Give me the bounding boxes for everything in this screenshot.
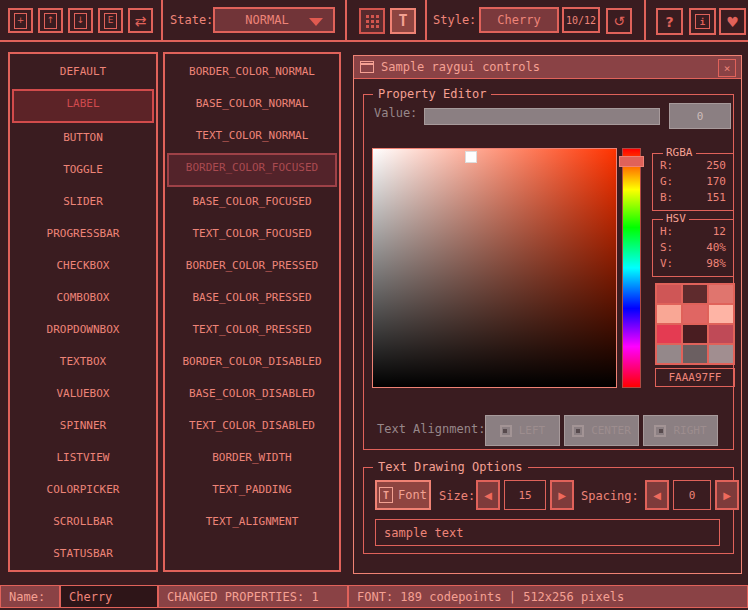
value-row-label: S:: [660, 240, 673, 256]
list-item[interactable]: BORDER_COLOR_DISABLED: [167, 347, 337, 379]
font-info-segment: FONT: 189 codepoints | 512x256 pixels: [348, 585, 748, 608]
hue-slider-handle[interactable]: [619, 156, 644, 167]
value-row: R:250: [653, 158, 733, 174]
value-row: G:170: [653, 174, 733, 190]
list-item[interactable]: STATUSBAR: [12, 539, 154, 571]
state-dropdown[interactable]: NORMAL: [213, 7, 335, 33]
help-button[interactable]: ?: [656, 8, 683, 35]
window-icon: [360, 61, 374, 73]
list-item[interactable]: LISTVIEW: [12, 443, 154, 475]
hue-bar[interactable]: [622, 148, 641, 388]
list-item[interactable]: SPINNER: [12, 411, 154, 443]
hex-value-box[interactable]: FAAA97FF: [655, 368, 735, 387]
palette-swatch[interactable]: [709, 345, 733, 363]
text-icon: T: [398, 12, 407, 30]
value-row-label: B:: [660, 190, 673, 206]
list-item[interactable]: TOGGLE: [12, 155, 154, 187]
close-icon[interactable]: ×: [718, 59, 736, 77]
size-value-box[interactable]: 15: [504, 480, 546, 510]
palette-swatch[interactable]: [657, 305, 681, 323]
list-item[interactable]: TEXT_COLOR_NORMAL: [167, 121, 337, 153]
spacing-value-box[interactable]: 0: [673, 480, 711, 510]
sample-controls-window: Sample raygui controls × Property Editor…: [353, 55, 742, 574]
export-file-button[interactable]: E: [98, 8, 123, 33]
list-item[interactable]: TEXT_COLOR_FOCUSED: [167, 219, 337, 251]
info-icon: i: [695, 14, 710, 29]
random-style-button[interactable]: ⇄: [128, 8, 153, 33]
list-item[interactable]: TEXT_COLOR_DISABLED: [167, 411, 337, 443]
window-titlebar[interactable]: Sample raygui controls ×: [354, 56, 741, 79]
list-item[interactable]: TEXT_COLOR_PRESSED: [167, 315, 337, 347]
new-file-button[interactable]: +: [8, 8, 33, 33]
list-item[interactable]: DEFAULT: [12, 57, 154, 89]
list-item[interactable]: LABEL: [12, 89, 154, 123]
size-label: Size:: [439, 489, 475, 503]
about-button[interactable]: i: [689, 8, 716, 35]
size-increase-button[interactable]: ▶: [550, 480, 574, 510]
property-editor-group: Property Editor Value: 0 RGBA R:250G:170…: [363, 94, 734, 450]
list-item[interactable]: PROGRESSBAR: [12, 219, 154, 251]
style-table-button[interactable]: [359, 8, 385, 34]
font-info-text: FONT: 189 codepoints | 512x256 pixels: [357, 590, 624, 604]
value-slider[interactable]: [424, 108, 660, 125]
list-item[interactable]: VALUEBOX: [12, 379, 154, 411]
list-item[interactable]: BASE_COLOR_PRESSED: [167, 283, 337, 315]
left-arrow-icon: ◀: [653, 490, 661, 501]
color-picker-cursor[interactable]: [465, 151, 477, 163]
status-bar: Name: Cherry CHANGED PROPERTIES: 1 FONT:…: [0, 585, 748, 608]
palette-swatch[interactable]: [709, 325, 733, 343]
spacing-increase-button[interactable]: ▶: [715, 480, 739, 510]
palette-swatch[interactable]: [657, 325, 681, 343]
align-center-button[interactable]: CENTER: [564, 415, 639, 446]
list-item[interactable]: BUTTON: [12, 123, 154, 155]
palette-swatch[interactable]: [709, 285, 733, 303]
open-file-button[interactable]: ↑: [38, 8, 63, 33]
save-file-button[interactable]: ↓: [68, 8, 93, 33]
list-item[interactable]: SCROLLBAR: [12, 507, 154, 539]
state-dropdown-value: NORMAL: [245, 13, 288, 27]
palette-swatch[interactable]: [683, 345, 707, 363]
list-item[interactable]: BASE_COLOR_NORMAL: [167, 89, 337, 121]
palette-swatch[interactable]: [657, 285, 681, 303]
palette-swatch[interactable]: [709, 305, 733, 323]
value-row-value: 250: [706, 158, 726, 174]
list-item[interactable]: COMBOBOX: [12, 283, 154, 315]
palette-swatch[interactable]: [683, 305, 707, 323]
list-item[interactable]: BASE_COLOR_DISABLED: [167, 379, 337, 411]
list-item[interactable]: COLORPICKER: [12, 475, 154, 507]
list-item[interactable]: TEXT_ALIGNMENT: [167, 507, 337, 539]
sample-text-input[interactable]: sample text: [375, 519, 720, 546]
style-name-input[interactable]: Cherry: [60, 585, 158, 608]
controls-list-panel: DEFAULTLABELBUTTONTOGGLESLIDERPROGRESSBA…: [8, 52, 158, 572]
align-right-icon: [654, 425, 666, 437]
list-item[interactable]: BORDER_COLOR_PRESSED: [167, 251, 337, 283]
color-picker-panel[interactable]: [372, 148, 617, 388]
list-item[interactable]: BORDER_COLOR_NORMAL: [167, 57, 337, 89]
list-item[interactable]: BORDER_COLOR_FOCUSED: [167, 153, 337, 187]
font-button[interactable]: T Font: [375, 480, 431, 510]
style-selector-button[interactable]: Cherry: [479, 7, 559, 33]
list-item[interactable]: BORDER_WIDTH: [167, 443, 337, 475]
palette-swatch[interactable]: [657, 345, 681, 363]
style-counter: 10/12: [562, 7, 600, 33]
spacing-decrease-button[interactable]: ◀: [645, 480, 669, 510]
list-item[interactable]: SLIDER: [12, 187, 154, 219]
list-item[interactable]: BASE_COLOR_FOCUSED: [167, 187, 337, 219]
value-box[interactable]: 0: [669, 103, 731, 129]
random-style-icon: ⇄: [135, 14, 147, 28]
palette-swatch[interactable]: [683, 325, 707, 343]
reload-style-button[interactable]: ↺: [606, 8, 632, 34]
align-right-button[interactable]: RIGHT: [643, 415, 718, 446]
spacing-label: Spacing:: [581, 489, 639, 503]
toolbar-separator: [345, 0, 347, 41]
sponsor-button[interactable]: ♥: [719, 8, 746, 35]
list-item[interactable]: DROPDOWNBOX: [12, 315, 154, 347]
list-item[interactable]: CHECKBOX: [12, 251, 154, 283]
font-editor-button[interactable]: T: [390, 8, 416, 34]
list-item[interactable]: TEXT_PADDING: [167, 475, 337, 507]
list-item[interactable]: TEXTBOX: [12, 347, 154, 379]
align-left-button[interactable]: LEFT: [485, 415, 560, 446]
palette-swatch[interactable]: [683, 285, 707, 303]
color-palette: [655, 283, 735, 365]
size-decrease-button[interactable]: ◀: [476, 480, 500, 510]
